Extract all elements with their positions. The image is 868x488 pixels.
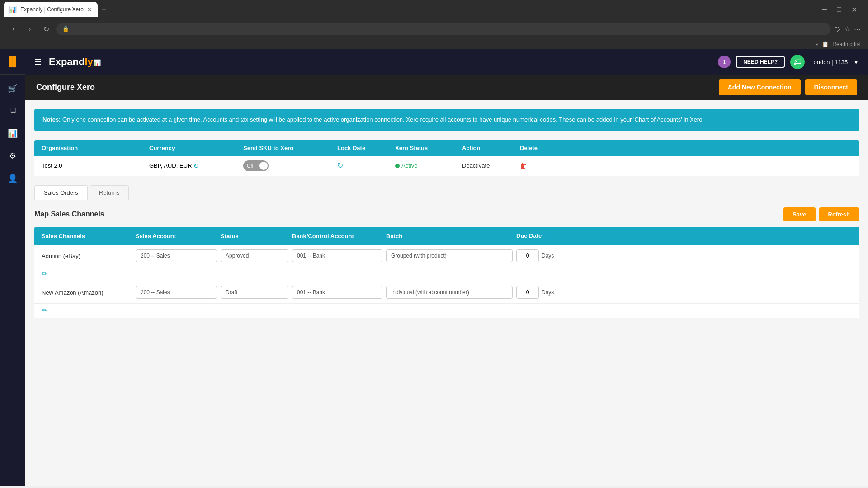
ch-col-sales-account: Sales Account [136, 233, 217, 239]
tab-sales-orders[interactable]: Sales Orders [34, 185, 88, 200]
tab-close-icon[interactable]: ✕ [87, 6, 92, 13]
channel-bank-1[interactable] [292, 249, 382, 262]
col-status: Xero Status [395, 145, 458, 151]
channel-due-1[interactable]: Days [516, 249, 589, 262]
monitor-icon: 🖥 [9, 106, 17, 116]
star-icon[interactable]: ☆ [844, 25, 850, 33]
notes-prefix: Notes: [42, 116, 61, 123]
app-main: ☰ Expandly📊 1 NEED HELP? 🏷 London | 1135… [25, 49, 868, 486]
days-input-1[interactable] [516, 249, 539, 262]
col-sku: Send SKU to Xero [243, 145, 334, 151]
edit-icon-1[interactable]: ✏ [42, 270, 47, 278]
new-tab-button[interactable]: + [98, 5, 110, 15]
bank-input-1[interactable] [292, 249, 382, 262]
reading-list-label[interactable]: Reading list [832, 41, 861, 47]
toggle-label: Off [245, 163, 255, 169]
back-button[interactable]: ‹ [7, 23, 20, 35]
sidebar-item-settings[interactable]: ⚙ [0, 145, 25, 166]
notes-text: Only one connection can be activated at … [61, 116, 704, 123]
lock-date-refresh-icon[interactable]: ↻ [337, 161, 343, 170]
row-action[interactable]: Deactivate [462, 162, 516, 169]
days-input-2[interactable] [516, 286, 539, 299]
page-header-actions: Add New Connection Disconnect [719, 79, 857, 95]
shield-icon: 🛡 [834, 25, 841, 33]
reading-list-icon: 📋 [822, 41, 829, 47]
sidebar-item-profile[interactable]: 👤 [0, 168, 25, 189]
row-lockdate[interactable]: ↻ [337, 161, 392, 170]
status-input-1[interactable] [221, 249, 288, 262]
browser-chrome: 📊 Expandly | Configure Xero ✕ + ─ □ ✕ ‹ … [0, 0, 868, 49]
more-icon[interactable]: ⋯ [854, 25, 861, 33]
tab-returns[interactable]: Returns [90, 185, 129, 200]
status-dot [395, 164, 400, 168]
disconnect-button[interactable]: Disconnect [805, 79, 857, 95]
user-location[interactable]: London | 1135 [810, 59, 848, 66]
maximize-button[interactable]: □ [833, 4, 845, 15]
connections-table: Organisation Currency Send SKU to Xero L… [34, 140, 859, 176]
sales-account-input-2[interactable] [136, 286, 217, 299]
app-logo: Expandly📊 [49, 56, 101, 68]
minimize-button[interactable]: ─ [818, 4, 830, 15]
browser-controls: ‹ › ↻ 🔒 secure.expandly.com/app/index.ht… [0, 19, 868, 39]
add-new-connection-button[interactable]: Add New Connection [719, 79, 801, 95]
user-avatar: 🏷 [790, 55, 805, 69]
section-title: Map Sales Channels [34, 210, 104, 218]
browser-tab-active[interactable]: 📊 Expandly | Configure Xero ✕ [4, 2, 98, 17]
channel-sales-account-1[interactable] [136, 249, 217, 262]
deactivate-button[interactable]: Deactivate [462, 162, 490, 169]
app-container: ▐▌ 🛒 🖥 📊 ⚙ 👤 ☰ Expandly📊 [0, 49, 868, 486]
channel-bank-2[interactable] [292, 286, 382, 299]
user-icon: 👤 [8, 174, 18, 183]
logo-bars-icon: ▐▌ [6, 56, 19, 67]
channel-batch-2[interactable] [386, 286, 513, 299]
dropdown-chevron-icon[interactable]: ▼ [853, 59, 859, 66]
batch-input-1[interactable] [386, 249, 513, 262]
channel-batch-1[interactable] [386, 249, 513, 262]
chevron-right-icon: » [816, 41, 819, 47]
sku-toggle[interactable]: Off [243, 160, 269, 171]
sidebar-item-sales[interactable]: 🛒 [0, 78, 25, 99]
channel-name-1: Adminn (eBay) [42, 253, 132, 259]
sidebar-item-reports[interactable]: 📊 [0, 123, 25, 144]
channels-table: Sales Channels Sales Account Status Bank… [34, 227, 859, 319]
channel-row-1-main: Adminn (eBay) [34, 245, 859, 267]
notes-banner: Notes: Only one connection can be activa… [34, 109, 859, 131]
notification-badge[interactable]: 1 [718, 56, 731, 68]
hamburger-button[interactable]: ☰ [34, 57, 42, 67]
days-label-2: Days [542, 289, 554, 296]
reading-list-bar: » 📋 Reading list [0, 39, 868, 49]
row-sku-toggle[interactable]: Off [243, 160, 334, 171]
bank-input-2[interactable] [292, 286, 382, 299]
page-content: Notes: Only one connection can be activa… [25, 100, 868, 486]
tab-title: Expandly | Configure Xero [20, 6, 84, 13]
reload-button[interactable]: ↻ [40, 23, 52, 35]
channel-due-2[interactable]: Days [516, 286, 589, 299]
close-button[interactable]: ✕ [848, 4, 861, 16]
currency-refresh-icon[interactable]: ↻ [193, 162, 199, 169]
sidebar-item-products[interactable]: 🖥 [0, 101, 25, 121]
tabs: Sales Orders Returns [34, 185, 859, 200]
ch-col-bank: Bank/Control Account [292, 233, 382, 239]
refresh-button[interactable]: Refresh [819, 207, 859, 221]
channel-status-2[interactable] [221, 286, 288, 299]
tab-favicon: 📊 [9, 6, 17, 13]
channel-status-1[interactable] [221, 249, 288, 262]
batch-input-2[interactable] [386, 286, 513, 299]
save-button[interactable]: Save [783, 207, 815, 221]
connections-table-header: Organisation Currency Send SKU to Xero L… [34, 140, 859, 156]
help-button[interactable]: NEED HELP? [736, 56, 785, 68]
channel-sales-account-2[interactable] [136, 286, 217, 299]
forward-button[interactable]: › [24, 23, 36, 35]
logo-text-ly: ly [85, 56, 93, 67]
row-currency: GBP, AUD, EUR ↻ [149, 162, 240, 169]
row-delete[interactable]: 🗑 [520, 162, 556, 170]
status-input-2[interactable] [221, 286, 288, 299]
url-input[interactable]: secure.expandly.com/app/index.html#/Xero [73, 26, 824, 33]
edit-icon-2[interactable]: ✏ [42, 306, 47, 314]
delete-button[interactable]: 🗑 [520, 162, 527, 170]
section-actions: Save Refresh [783, 207, 859, 221]
toggle-thumb [259, 162, 268, 170]
address-bar[interactable]: 🔒 secure.expandly.com/app/index.html#/Xe… [56, 23, 830, 35]
avatar-icon: 🏷 [793, 57, 802, 67]
sales-account-input-1[interactable] [136, 249, 217, 262]
